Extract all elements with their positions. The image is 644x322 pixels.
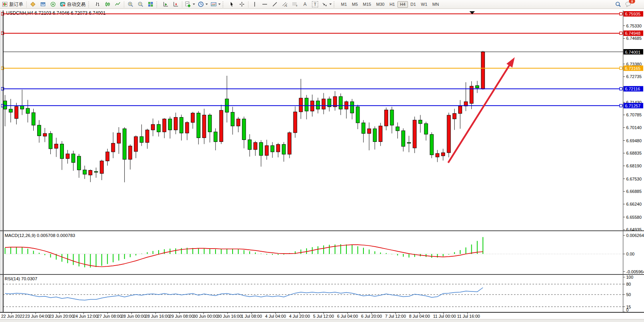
level-handle-right[interactable] <box>620 67 622 70</box>
time-label: 6 Jul 20:00 <box>361 314 382 319</box>
timeframe-button-H4[interactable]: H4 <box>397 1 408 8</box>
data-window-icon <box>40 1 46 8</box>
toolbar-grip <box>88 2 91 7</box>
candle-body <box>447 115 450 153</box>
timeframe-button-M5[interactable]: M5 <box>349 1 360 8</box>
indicators-button[interactable] <box>183 0 196 9</box>
line-chart-button[interactable] <box>113 0 123 9</box>
level-handle-right[interactable] <box>620 12 622 15</box>
candle-body <box>299 98 303 112</box>
bar-chart-icon <box>94 1 101 8</box>
macd-axis-label: -0.005964 <box>626 269 644 274</box>
timeframe-button-M15[interactable]: M15 <box>361 1 373 8</box>
cursor-button[interactable] <box>227 0 237 9</box>
macd-label: MACD(12,26,9) 0.005708 0.000783 <box>5 233 75 238</box>
candle-body <box>459 106 462 113</box>
zoom-in-button[interactable] <box>125 0 135 9</box>
candle-body <box>38 125 41 136</box>
timeframe-button-W1[interactable]: W1 <box>419 1 430 8</box>
candle-body <box>106 152 109 161</box>
new-order-button[interactable]: 新订单 <box>0 0 25 9</box>
level-handle-right[interactable] <box>620 104 622 107</box>
price-tick-label: 6.65580 <box>626 215 642 220</box>
vertical-line-button[interactable] <box>250 0 260 9</box>
candle-body <box>123 129 126 159</box>
macd-pane-separator[interactable] <box>0 230 644 231</box>
rsi-label: RSI(14) 70.0307 <box>5 276 37 281</box>
toolbar: 新订单 自动交易 <box>0 0 644 9</box>
price-level-badge-label: 6.73165 <box>625 66 641 71</box>
candle-body <box>231 112 235 126</box>
crosshair-button[interactable] <box>237 0 247 9</box>
market-watch-button[interactable] <box>28 0 38 9</box>
text-icon: A <box>302 1 308 8</box>
zoom-out-button[interactable] <box>135 0 146 9</box>
timeframe-button-M1[interactable]: M1 <box>339 1 349 8</box>
chart-shift-button[interactable] <box>171 0 181 9</box>
time-label: 29 Jun 08:00 <box>169 314 194 319</box>
candle-body <box>436 153 439 157</box>
macd-histogram <box>5 237 483 267</box>
time-label: 1 Jul 08:00 <box>241 314 262 319</box>
price-tick-label: 6.75330 <box>626 24 642 28</box>
search-icon <box>615 1 622 8</box>
candlestick-button[interactable] <box>103 0 113 9</box>
candle-body <box>316 101 320 109</box>
periods-button[interactable] <box>196 0 209 9</box>
level-handle-right[interactable] <box>620 32 622 34</box>
bar-chart-button[interactable] <box>92 0 103 9</box>
tile-windows-icon <box>147 1 154 8</box>
signals-button[interactable] <box>48 0 58 9</box>
toolbar-grip <box>334 2 337 7</box>
chevron-down-icon <box>218 3 221 5</box>
new-order-icon <box>2 1 8 8</box>
candle-body <box>424 124 428 134</box>
price-chart-canvas[interactable]: USDCNH,H4 6.72103 6.74046 6.72073 6.7400… <box>0 9 644 322</box>
arrows-button[interactable] <box>320 0 333 9</box>
timeframe-button-M30[interactable]: M30 <box>374 1 387 8</box>
candles <box>3 51 485 182</box>
level-handle-right[interactable] <box>620 87 622 90</box>
rsi-axis-label: 0 <box>626 308 629 312</box>
fibonacci-button[interactable]: F <box>290 0 300 9</box>
text-label-button[interactable]: T <box>310 0 320 9</box>
time-label: 8 Jul 04:00 <box>409 314 430 319</box>
candle-body <box>339 97 343 109</box>
candle-body <box>140 136 143 142</box>
auto-trading-icon <box>59 1 66 8</box>
price-tick-label: 6.64935 <box>626 227 642 232</box>
templates-button[interactable] <box>209 0 222 9</box>
zoom-out-icon <box>137 1 144 8</box>
time-label: 5 Jul 12:00 <box>313 314 334 319</box>
rsi-axis-label: 50 <box>626 292 631 297</box>
candle-body <box>111 143 115 152</box>
horizontal-line-button[interactable] <box>260 0 270 9</box>
timeframe-button-MN[interactable]: MN <box>430 1 441 8</box>
candle-body <box>419 120 422 124</box>
equidistant-channel-button[interactable]: E <box>280 0 290 9</box>
auto-trading-button[interactable]: 自动交易 <box>58 0 87 9</box>
time-label: 24 Jun 12:00 <box>73 314 98 319</box>
candle-body <box>134 136 138 152</box>
rsi-pane-separator[interactable] <box>0 274 644 275</box>
trendline-button[interactable] <box>270 0 280 9</box>
notifications-button[interactable]: 1 <box>623 0 633 9</box>
auto-scroll-button[interactable] <box>161 0 171 9</box>
search-button[interactable] <box>613 0 623 9</box>
data-window-button[interactable] <box>38 0 48 9</box>
timeframe-button-D1[interactable]: D1 <box>408 1 418 8</box>
candle-body <box>236 119 240 126</box>
text-label-icon: T <box>312 1 318 7</box>
time-label: 28 Jun 00:00 <box>121 314 146 319</box>
timeframe-button-H1[interactable]: H1 <box>387 1 397 8</box>
rsi-axis-label: 100 <box>626 275 633 279</box>
time-label: 11 Jul 00:00 <box>433 314 456 319</box>
candle-body <box>60 144 64 159</box>
candle-body <box>197 113 200 138</box>
tile-windows-button[interactable] <box>146 0 156 9</box>
text-button[interactable]: A <box>300 0 310 9</box>
candle-body <box>9 109 12 112</box>
candle-body <box>390 110 394 125</box>
chart-left-border-outer <box>1 10 1 312</box>
candle-body <box>43 133 46 136</box>
